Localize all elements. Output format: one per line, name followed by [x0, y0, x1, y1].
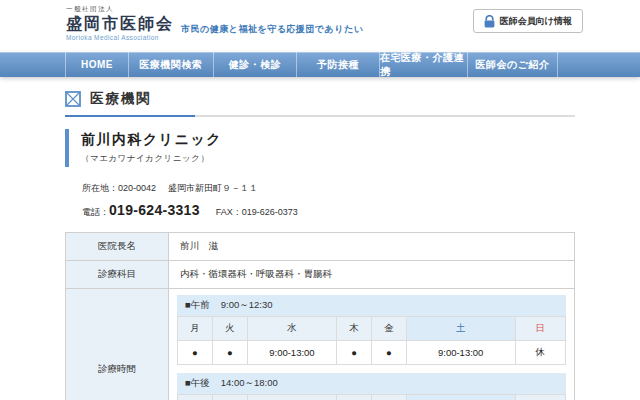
org-name-en: Morioka Medical Association — [66, 34, 174, 41]
clinic-info-table: 医院長名 前川 滋 診療科目 内科・循環器科・呼吸器科・胃腸科 診療時間 ■午前… — [65, 232, 575, 400]
nav-item-1[interactable]: 医療機関検索 — [128, 52, 213, 77]
nav-item-3[interactable]: 予防接種 — [296, 52, 379, 77]
site-tagline: 市民の健康と福祉を守る応援団でありたい — [181, 23, 363, 36]
day-header: 木 — [337, 395, 372, 400]
day-header: 日 — [515, 317, 565, 341]
schedule-session-1: ■午後14:00～18:00月火水木金土日●●休●●休休 — [177, 373, 566, 400]
day-header: 月 — [178, 317, 213, 341]
tel-value: 019-624-3313 — [109, 202, 200, 218]
member-info-label: 医師会員向け情報 — [500, 15, 572, 28]
session-title: ■午後14:00～18:00 — [177, 373, 566, 394]
day-header: 月 — [178, 395, 213, 400]
day-header: 金 — [371, 395, 406, 400]
org-name: 盛岡市医師会 — [66, 14, 174, 34]
org-type-label: 一般社団法人 — [66, 5, 174, 14]
fax-label: FAX： — [216, 207, 242, 217]
day-header: 水 — [247, 317, 336, 341]
schedule-value: 休 — [515, 341, 565, 365]
day-header: 水 — [247, 395, 336, 400]
site-header: 一般社団法人 盛岡市医師会 Morioka Medical Associatio… — [0, 0, 640, 52]
nav-item-2[interactable]: 健診・検診 — [213, 52, 296, 77]
title-underline — [65, 115, 575, 117]
tel-label: 電話： — [82, 207, 109, 217]
section-title-row: 医療機関 — [65, 90, 575, 108]
clinic-name: 前川内科クリニック — [81, 131, 575, 149]
schedule-table: 月火水木金土日●●休●●休休 — [177, 394, 566, 400]
schedule-value: ● — [212, 341, 247, 365]
section-image-icon — [65, 91, 81, 107]
nav-item-home[interactable]: HOME — [65, 52, 128, 77]
address-value: 盛岡市新田町９－１１ — [168, 183, 258, 193]
table-row-hours: 診療時間 ■午前9:00～12:30月火水木金土日●●9:00-13:00●●9… — [66, 289, 575, 400]
schedule-cell: ■午前9:00～12:30月火水木金土日●●9:00-13:00●●9:00-1… — [169, 289, 575, 400]
day-header: 土 — [406, 317, 515, 341]
clinic-header: 前川内科クリニック （マエカワナイカクリニック） — [65, 129, 575, 167]
table-row-director: 医院長名 前川 滋 — [66, 233, 575, 261]
address-label: 所在地： — [82, 183, 118, 193]
main-nav: HOME医療機関検索健診・検診予防接種在宅医療・介護連携医師会のご紹介 — [0, 52, 640, 77]
day-header: 火 — [212, 317, 247, 341]
postal-code: 020-0042 — [118, 183, 156, 193]
schedule-area: ■午前9:00～12:30月火水木金土日●●9:00-13:00●●9:00-1… — [177, 295, 566, 400]
tel-line: 電話：019-624-3313FAX：019-626-0373 — [65, 202, 575, 219]
session-title: ■午前9:00～12:30 — [177, 295, 566, 316]
row-value: 内科・循環器科・呼吸器科・胃腸科 — [169, 261, 575, 289]
row-label: 診療時間 — [66, 289, 169, 400]
day-header: 木 — [337, 317, 372, 341]
row-value: 前川 滋 — [169, 233, 575, 261]
schedule-value: 9:00-13:00 — [406, 341, 515, 365]
day-header: 土 — [406, 395, 515, 400]
day-header: 火 — [212, 395, 247, 400]
schedule-value: 9:00-13:00 — [247, 341, 336, 365]
day-header: 金 — [371, 317, 406, 341]
lock-icon — [484, 15, 495, 28]
schedule-value: ● — [337, 341, 372, 365]
schedule-value: ● — [178, 341, 213, 365]
clinic-kana: （マエカワナイカクリニック） — [81, 153, 575, 165]
page: 一般社団法人 盛岡市医師会 Morioka Medical Associatio… — [0, 0, 640, 400]
nav-item-5[interactable]: 医師会のご紹介 — [467, 52, 558, 77]
day-header: 日 — [515, 395, 565, 400]
member-info-button[interactable]: 医師会員向け情報 — [473, 9, 583, 33]
row-label: 診療科目 — [66, 261, 169, 289]
fax-value: 019-626-0373 — [242, 207, 298, 217]
schedule-value: ● — [371, 341, 406, 365]
table-row-departments: 診療科目 内科・循環器科・呼吸器科・胃腸科 — [66, 261, 575, 289]
row-label: 医院長名 — [66, 233, 169, 261]
nav-items: HOME医療機関検索健診・検診予防接種在宅医療・介護連携医師会のご紹介 — [0, 52, 640, 77]
page-title: 医療機関 — [90, 90, 152, 108]
schedule-table: 月火水木金土日●●9:00-13:00●●9:00-13:00休 — [177, 316, 566, 365]
address-line: 所在地：020-0042盛岡市新田町９－１１ — [65, 182, 575, 195]
site-logo[interactable]: 一般社団法人 盛岡市医師会 Morioka Medical Associatio… — [66, 5, 174, 41]
content: 医療機関 前川内科クリニック （マエカワナイカクリニック） 所在地：020-00… — [65, 90, 575, 400]
schedule-session-0: ■午前9:00～12:30月火水木金土日●●9:00-13:00●●9:00-1… — [177, 295, 566, 365]
nav-item-4[interactable]: 在宅医療・介護連携 — [379, 52, 467, 77]
